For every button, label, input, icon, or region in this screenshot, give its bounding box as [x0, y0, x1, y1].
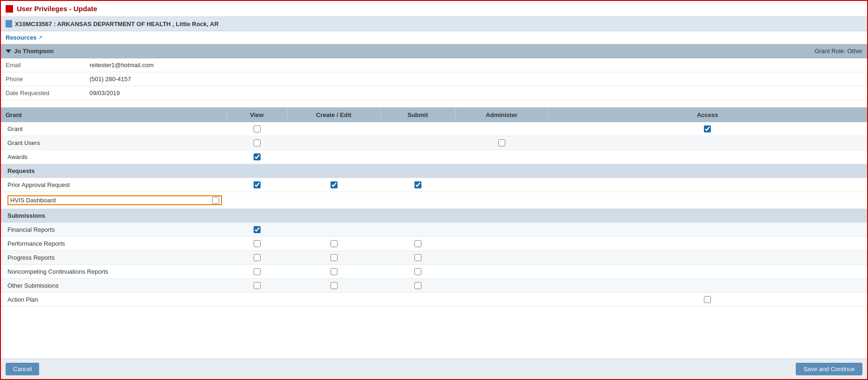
date-row: Date Requested 09/03/2019: [1, 86, 867, 100]
resources-link[interactable]: Resources: [6, 34, 36, 41]
phone-value: (501) 280-4157: [85, 72, 867, 86]
table-row: Requests: [1, 164, 867, 178]
view-checkbox[interactable]: [254, 268, 261, 275]
col-header-view: View: [227, 108, 287, 122]
submit-checkbox[interactable]: [414, 254, 421, 261]
access-checkbox[interactable]: [704, 125, 711, 132]
email-row: Email reitester1@hotmail.com: [1, 58, 867, 72]
create-checkbox[interactable]: [331, 282, 338, 289]
view-checkbox[interactable]: [254, 181, 261, 188]
create-checkbox[interactable]: [331, 268, 338, 275]
table-row: Action Plan: [1, 293, 867, 307]
view-checkbox[interactable]: [254, 254, 261, 261]
table-row: Progress Reports: [1, 251, 867, 265]
page-title: User Privileges - Update: [17, 5, 97, 13]
view-checkbox[interactable]: [254, 139, 261, 146]
create-checkbox[interactable]: [331, 254, 338, 261]
row-label: Action Plan: [1, 293, 227, 307]
view-checkbox[interactable]: [254, 153, 261, 160]
table-header-row: Grant View Create / Edit Submit Administ…: [1, 108, 867, 122]
row-label: Prior Approval Request: [1, 178, 227, 192]
org-label: X10MC33567 : ARKANSAS DEPARTMENT OF HEAL…: [15, 21, 219, 28]
phone-row: Phone (501) 280-4157: [1, 72, 867, 86]
title-icon: [6, 5, 13, 13]
row-label: Performance Reports: [1, 237, 227, 251]
user-header-left: Jo Thompson: [6, 48, 54, 55]
create-checkbox[interactable]: [331, 181, 338, 188]
email-value: reitester1@hotmail.com: [85, 58, 867, 72]
submit-checkbox[interactable]: [414, 268, 421, 275]
create-checkbox[interactable]: [331, 240, 338, 247]
user-info-table: Email reitester1@hotmail.com Phone (501)…: [1, 58, 867, 100]
section-header-cell: Submissions: [1, 209, 867, 223]
view-checkbox[interactable]: [254, 240, 261, 247]
footer: Cancel Save and Continue: [1, 359, 867, 379]
table-row: Submissions: [1, 209, 867, 223]
col-header-create-edit: Create / Edit: [287, 108, 380, 122]
view-checkbox[interactable]: [254, 282, 261, 289]
cancel-button[interactable]: Cancel: [6, 363, 39, 375]
submit-checkbox[interactable]: [414, 282, 421, 289]
email-label: Email: [1, 58, 85, 72]
table-row: HVIS Dashboard: [1, 192, 867, 209]
table-row: Other Submissions: [1, 279, 867, 293]
save-continue-button[interactable]: Save and Continue: [796, 363, 862, 375]
table-row: Noncompeting Continuations Reports: [1, 265, 867, 279]
date-value: 09/03/2019: [85, 86, 867, 100]
table-row: Grant Users: [1, 136, 867, 150]
table-row: Prior Approval Request: [1, 178, 867, 192]
row-label: Financial Reports: [1, 223, 227, 237]
section-divider: [1, 100, 867, 108]
row-label: Progress Reports: [1, 251, 227, 265]
row-label: Grant Users: [1, 136, 227, 150]
expand-icon[interactable]: [6, 49, 11, 53]
administer-checkbox[interactable]: [498, 139, 505, 146]
col-header-submit: Submit: [380, 108, 455, 122]
col-header-access: Access: [548, 108, 867, 122]
page-wrapper: User Privileges - Update X10MC33567 : AR…: [0, 0, 868, 380]
access-checkbox[interactable]: [704, 296, 711, 303]
privileges-table: Grant View Create / Edit Submit Administ…: [1, 108, 867, 307]
row-label: Noncompeting Continuations Reports: [1, 265, 227, 279]
table-row: Awards: [1, 150, 867, 164]
col-header-grant: Grant: [1, 108, 227, 122]
table-row: Grant: [1, 122, 867, 136]
phone-label: Phone: [1, 72, 85, 86]
hvis-view-checkbox[interactable]: [212, 197, 219, 204]
grant-role: Grant Role: Other: [814, 48, 862, 55]
org-icon: [6, 20, 12, 28]
user-name: Jo Thompson: [14, 48, 54, 55]
org-bar: X10MC33567 : ARKANSAS DEPARTMENT OF HEAL…: [1, 17, 867, 31]
submit-checkbox[interactable]: [414, 181, 421, 188]
row-label: Awards: [1, 150, 227, 164]
user-header: Jo Thompson Grant Role: Other: [1, 44, 867, 58]
col-header-administer: Administer: [455, 108, 548, 122]
resources-bar: Resources ↗: [1, 31, 867, 44]
row-label: HVIS Dashboard: [1, 192, 227, 209]
section-header-cell: Requests: [1, 164, 867, 178]
view-checkbox[interactable]: [254, 125, 261, 132]
external-link-icon: ↗: [38, 35, 42, 41]
view-checkbox[interactable]: [254, 226, 261, 233]
date-label: Date Requested: [1, 86, 85, 100]
table-row: Performance Reports: [1, 237, 867, 251]
table-row: Financial Reports: [1, 223, 867, 237]
row-label: Other Submissions: [1, 279, 227, 293]
row-label: Grant: [1, 122, 227, 136]
submit-checkbox[interactable]: [414, 240, 421, 247]
title-bar: User Privileges - Update: [1, 1, 867, 17]
